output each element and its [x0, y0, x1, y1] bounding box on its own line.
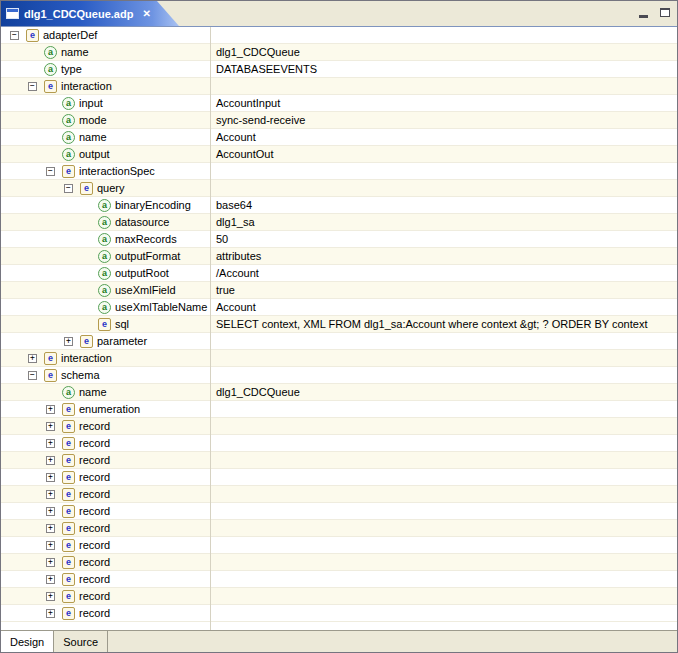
expand-toggle-icon[interactable]: + — [46, 558, 55, 567]
expand-toggle-icon[interactable]: + — [28, 354, 37, 363]
expand-toggle-icon[interactable]: + — [64, 337, 73, 346]
tree-row[interactable]: +erecord — [1, 537, 677, 554]
tree-row[interactable]: −einteraction — [1, 78, 677, 95]
tree-row[interactable]: −equery — [1, 180, 677, 197]
node-value[interactable]: /Account — [211, 265, 677, 281]
node-value[interactable]: dlg1_sa — [211, 214, 677, 230]
node-value[interactable]: AccountInput — [211, 95, 677, 111]
tree-row[interactable]: +erecord — [1, 520, 677, 537]
node-value[interactable] — [211, 588, 677, 604]
expand-toggle-icon[interactable]: + — [46, 609, 55, 618]
expand-toggle-icon[interactable]: + — [46, 456, 55, 465]
tree-row[interactable]: anamedlg1_CDCQueue — [1, 44, 677, 61]
design-tab[interactable]: Design — [1, 631, 54, 652]
tree-row[interactable]: +erecord — [1, 571, 677, 588]
element-icon: e — [44, 369, 57, 382]
tree-row[interactable]: abinaryEncodingbase64 — [1, 197, 677, 214]
tree-row[interactable]: +erecord — [1, 452, 677, 469]
expand-toggle-icon[interactable]: + — [46, 575, 55, 584]
node-value[interactable] — [211, 27, 677, 43]
node-value[interactable]: SELECT context, XML FROM dlg1_sa:Account… — [211, 316, 677, 332]
tree-row[interactable]: +eparameter — [1, 333, 677, 350]
collapse-toggle-icon[interactable]: − — [28, 371, 37, 380]
node-value[interactable] — [211, 452, 677, 468]
node-value[interactable]: DATABASEEVENTS — [211, 61, 677, 77]
node-value[interactable] — [211, 469, 677, 485]
node-value[interactable] — [211, 401, 677, 417]
node-value[interactable]: attributes — [211, 248, 677, 264]
tree-row[interactable]: aoutputFormatattributes — [1, 248, 677, 265]
tree-row[interactable]: auseXmlTableNameAccount — [1, 299, 677, 316]
expand-toggle-icon[interactable]: + — [46, 422, 55, 431]
tree-row[interactable]: +erecord — [1, 588, 677, 605]
indent-spacer — [1, 460, 46, 461]
node-value[interactable]: sync-send-receive — [211, 112, 677, 128]
expand-toggle-icon[interactable]: + — [46, 439, 55, 448]
expand-toggle-icon[interactable]: + — [46, 507, 55, 516]
tree-row[interactable]: ainputAccountInput — [1, 95, 677, 112]
node-value[interactable] — [211, 537, 677, 553]
tree-row[interactable]: auseXmlFieldtrue — [1, 282, 677, 299]
collapse-toggle-icon[interactable]: − — [28, 82, 37, 91]
tree-row[interactable]: atypeDATABASEEVENTS — [1, 61, 677, 78]
node-value[interactable]: Account — [211, 299, 677, 315]
tree-row[interactable]: +erecord — [1, 435, 677, 452]
element-icon: e — [62, 522, 75, 535]
tree-row[interactable]: +erecord — [1, 503, 677, 520]
node-value[interactable]: AccountOut — [211, 146, 677, 162]
expand-toggle-icon[interactable]: + — [46, 592, 55, 601]
expand-toggle-icon[interactable]: + — [46, 541, 55, 550]
maximize-button[interactable] — [657, 5, 673, 20]
tree-row[interactable]: +erecord — [1, 418, 677, 435]
node-value[interactable] — [211, 571, 677, 587]
minimize-button[interactable] — [635, 5, 651, 20]
node-value[interactable] — [211, 554, 677, 570]
expand-toggle-icon[interactable]: + — [46, 524, 55, 533]
tree-row[interactable]: anameAccount — [1, 129, 677, 146]
tree-row[interactable]: −eschema — [1, 367, 677, 384]
node-value[interactable] — [211, 78, 677, 94]
node-value[interactable] — [211, 350, 677, 366]
tree-row[interactable]: +einteraction — [1, 350, 677, 367]
expand-toggle-icon[interactable]: + — [46, 405, 55, 414]
collapse-toggle-icon[interactable]: − — [10, 31, 19, 40]
node-value[interactable] — [211, 418, 677, 434]
node-value[interactable] — [211, 163, 677, 179]
node-value[interactable]: 50 — [211, 231, 677, 247]
tree-row[interactable]: −eadapterDef — [1, 27, 677, 44]
close-icon[interactable]: ✕ — [142, 9, 150, 19]
expand-toggle-icon[interactable]: + — [46, 490, 55, 499]
node-value[interactable] — [211, 367, 677, 383]
collapse-toggle-icon[interactable]: − — [64, 184, 73, 193]
tree-row[interactable]: +erecord — [1, 605, 677, 622]
source-tab[interactable]: Source — [54, 631, 108, 652]
node-value[interactable] — [211, 503, 677, 519]
tree-row[interactable]: amaxRecords50 — [1, 231, 677, 248]
tree-row[interactable]: +eenumeration — [1, 401, 677, 418]
tree-row[interactable]: aoutputAccountOut — [1, 146, 677, 163]
node-value[interactable]: dlg1_CDCQueue — [211, 384, 677, 400]
tree-row[interactable]: +erecord — [1, 486, 677, 503]
tree-row[interactable]: −einteractionSpec — [1, 163, 677, 180]
editor-tab[interactable]: dlg1_CDCQueue.adp ✕ — [1, 1, 179, 26]
node-label: record — [79, 420, 110, 432]
node-value[interactable] — [211, 605, 677, 621]
tree-row[interactable]: +erecord — [1, 469, 677, 486]
tree-row[interactable]: amodesync-send-receive — [1, 112, 677, 129]
tree-row[interactable]: +erecord — [1, 554, 677, 571]
node-value[interactable] — [211, 435, 677, 451]
collapse-toggle-icon[interactable]: − — [46, 167, 55, 176]
node-value[interactable] — [211, 180, 677, 196]
node-value[interactable]: base64 — [211, 197, 677, 213]
node-value[interactable] — [211, 333, 677, 349]
tree-row[interactable]: adatasourcedlg1_sa — [1, 214, 677, 231]
tree-row[interactable]: anamedlg1_CDCQueue — [1, 384, 677, 401]
node-value[interactable] — [211, 486, 677, 502]
tree-row[interactable]: aoutputRoot/Account — [1, 265, 677, 282]
node-value[interactable] — [211, 520, 677, 536]
node-value[interactable]: Account — [211, 129, 677, 145]
expand-toggle-icon[interactable]: + — [46, 473, 55, 482]
node-value[interactable]: true — [211, 282, 677, 298]
node-value[interactable]: dlg1_CDCQueue — [211, 44, 677, 60]
tree-row[interactable]: esqlSELECT context, XML FROM dlg1_sa:Acc… — [1, 316, 677, 333]
